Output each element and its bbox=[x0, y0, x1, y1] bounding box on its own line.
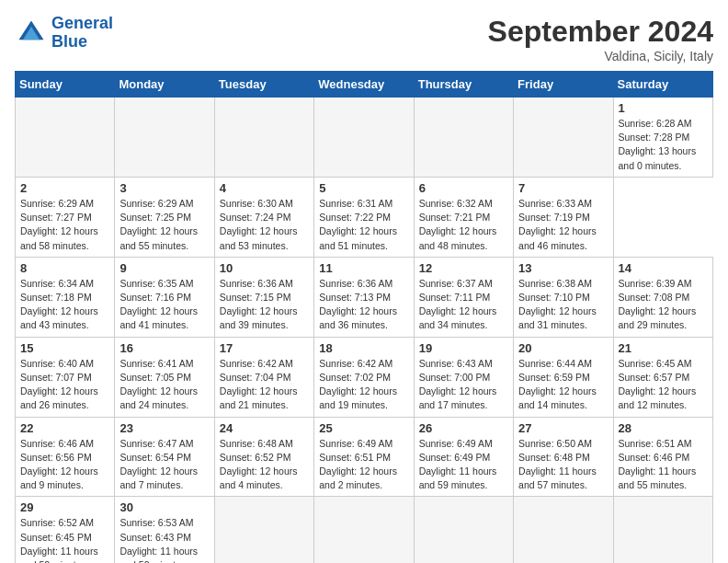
calendar-day: 17Sunrise: 6:42 AMSunset: 7:04 PMDayligh… bbox=[214, 337, 313, 417]
day-number: 8 bbox=[20, 261, 109, 275]
calendar-day: 11Sunrise: 6:36 AMSunset: 7:13 PMDayligh… bbox=[314, 257, 414, 337]
day-info: Sunrise: 6:53 AMSunset: 6:43 PMDaylight:… bbox=[119, 516, 209, 563]
day-number: 27 bbox=[518, 421, 608, 435]
day-number: 17 bbox=[220, 341, 309, 355]
day-info: Sunrise: 6:36 AMSunset: 7:13 PMDaylight:… bbox=[319, 277, 408, 333]
day-info: Sunrise: 6:30 AMSunset: 7:24 PMDaylight:… bbox=[220, 197, 309, 253]
day-info: Sunrise: 6:44 AMSunset: 6:59 PMDaylight:… bbox=[518, 357, 608, 413]
day-number: 3 bbox=[119, 181, 209, 195]
calendar-header-row: SundayMondayTuesdayWednesdayThursdayFrid… bbox=[16, 72, 713, 98]
day-info: Sunrise: 6:40 AMSunset: 7:07 PMDaylight:… bbox=[20, 357, 109, 413]
day-info: Sunrise: 6:35 AMSunset: 7:16 PMDaylight:… bbox=[119, 277, 209, 333]
calendar-day: 3Sunrise: 6:29 AMSunset: 7:25 PMDaylight… bbox=[115, 177, 214, 257]
logo-text: General Blue bbox=[51, 15, 113, 52]
empty-cell bbox=[214, 98, 313, 178]
logo-line2: Blue bbox=[51, 33, 113, 52]
calendar-day: 5Sunrise: 6:31 AMSunset: 7:22 PMDaylight… bbox=[314, 177, 414, 257]
calendar-day: 14Sunrise: 6:39 AMSunset: 7:08 PMDayligh… bbox=[613, 257, 712, 337]
day-info: Sunrise: 6:36 AMSunset: 7:15 PMDaylight:… bbox=[220, 277, 309, 333]
empty-cell bbox=[514, 497, 613, 563]
day-number: 16 bbox=[119, 341, 209, 355]
day-info: Sunrise: 6:32 AMSunset: 7:21 PMDaylight:… bbox=[419, 197, 508, 253]
month-title: September 2024 bbox=[488, 15, 713, 49]
day-info: Sunrise: 6:38 AMSunset: 7:10 PMDaylight:… bbox=[518, 277, 608, 333]
calendar-day: 16Sunrise: 6:41 AMSunset: 7:05 PMDayligh… bbox=[115, 337, 214, 417]
day-info: Sunrise: 6:31 AMSunset: 7:22 PMDaylight:… bbox=[319, 197, 408, 253]
day-number: 14 bbox=[619, 261, 708, 275]
calendar-day: 8Sunrise: 6:34 AMSunset: 7:18 PMDaylight… bbox=[16, 257, 115, 337]
logo-line1: General bbox=[51, 14, 113, 32]
day-header-tuesday: Tuesday bbox=[214, 72, 313, 98]
day-number: 5 bbox=[319, 181, 408, 195]
day-info: Sunrise: 6:49 AMSunset: 6:49 PMDaylight:… bbox=[419, 437, 508, 493]
calendar-day: 15Sunrise: 6:40 AMSunset: 7:07 PMDayligh… bbox=[16, 337, 115, 417]
calendar-day: 19Sunrise: 6:43 AMSunset: 7:00 PMDayligh… bbox=[414, 337, 513, 417]
empty-cell bbox=[115, 98, 214, 178]
day-info: Sunrise: 6:41 AMSunset: 7:05 PMDaylight:… bbox=[119, 357, 209, 413]
calendar-day: 18Sunrise: 6:42 AMSunset: 7:02 PMDayligh… bbox=[314, 337, 414, 417]
day-number: 28 bbox=[619, 421, 708, 435]
day-info: Sunrise: 6:42 AMSunset: 7:02 PMDaylight:… bbox=[319, 357, 408, 413]
calendar-day: 29Sunrise: 6:52 AMSunset: 6:45 PMDayligh… bbox=[16, 497, 115, 563]
day-info: Sunrise: 6:46 AMSunset: 6:56 PMDaylight:… bbox=[20, 437, 109, 493]
day-number: 24 bbox=[220, 421, 309, 435]
empty-cell bbox=[514, 98, 613, 178]
day-header-friday: Friday bbox=[514, 72, 613, 98]
calendar-week-row: 2Sunrise: 6:29 AMSunset: 7:27 PMDaylight… bbox=[16, 177, 713, 257]
day-header-wednesday: Wednesday bbox=[314, 72, 414, 98]
day-number: 2 bbox=[20, 181, 109, 195]
day-info: Sunrise: 6:28 AMSunset: 7:28 PMDaylight:… bbox=[619, 117, 708, 173]
page-header: General Blue September 2024 Valdina, Sic… bbox=[15, 15, 713, 63]
location: Valdina, Sicily, Italy bbox=[488, 49, 713, 63]
day-info: Sunrise: 6:49 AMSunset: 6:51 PMDaylight:… bbox=[319, 437, 408, 493]
day-number: 11 bbox=[319, 261, 408, 275]
day-number: 13 bbox=[518, 261, 608, 275]
empty-cell bbox=[214, 497, 313, 563]
day-info: Sunrise: 6:42 AMSunset: 7:04 PMDaylight:… bbox=[220, 357, 309, 413]
day-info: Sunrise: 6:43 AMSunset: 7:00 PMDaylight:… bbox=[419, 357, 508, 413]
day-number: 9 bbox=[119, 261, 209, 275]
day-header-saturday: Saturday bbox=[613, 72, 712, 98]
logo-icon bbox=[15, 17, 48, 50]
calendar-week-row: 22Sunrise: 6:46 AMSunset: 6:56 PMDayligh… bbox=[16, 417, 713, 497]
day-info: Sunrise: 6:52 AMSunset: 6:45 PMDaylight:… bbox=[20, 516, 109, 563]
day-info: Sunrise: 6:37 AMSunset: 7:11 PMDaylight:… bbox=[419, 277, 508, 333]
day-header-monday: Monday bbox=[115, 72, 214, 98]
day-number: 29 bbox=[20, 500, 109, 514]
calendar-day: 24Sunrise: 6:48 AMSunset: 6:52 PMDayligh… bbox=[214, 417, 313, 497]
calendar-day: 7Sunrise: 6:33 AMSunset: 7:19 PMDaylight… bbox=[514, 177, 613, 257]
empty-cell bbox=[314, 98, 414, 178]
calendar-day: 4Sunrise: 6:30 AMSunset: 7:24 PMDaylight… bbox=[214, 177, 313, 257]
day-info: Sunrise: 6:50 AMSunset: 6:48 PMDaylight:… bbox=[518, 437, 608, 493]
calendar-day: 21Sunrise: 6:45 AMSunset: 6:57 PMDayligh… bbox=[613, 337, 712, 417]
day-number: 1 bbox=[619, 101, 708, 115]
calendar-week-row: 29Sunrise: 6:52 AMSunset: 6:45 PMDayligh… bbox=[16, 497, 713, 563]
calendar-day: 27Sunrise: 6:50 AMSunset: 6:48 PMDayligh… bbox=[514, 417, 613, 497]
calendar-day: 25Sunrise: 6:49 AMSunset: 6:51 PMDayligh… bbox=[314, 417, 414, 497]
day-info: Sunrise: 6:39 AMSunset: 7:08 PMDaylight:… bbox=[619, 277, 708, 333]
day-number: 25 bbox=[319, 421, 408, 435]
calendar-day: 10Sunrise: 6:36 AMSunset: 7:15 PMDayligh… bbox=[214, 257, 313, 337]
day-header-sunday: Sunday bbox=[16, 72, 115, 98]
logo: General Blue bbox=[15, 15, 113, 52]
day-info: Sunrise: 6:47 AMSunset: 6:54 PMDaylight:… bbox=[119, 437, 209, 493]
calendar-day: 28Sunrise: 6:51 AMSunset: 6:46 PMDayligh… bbox=[613, 417, 712, 497]
day-number: 10 bbox=[220, 261, 309, 275]
calendar-day: 9Sunrise: 6:35 AMSunset: 7:16 PMDaylight… bbox=[115, 257, 214, 337]
day-info: Sunrise: 6:29 AMSunset: 7:27 PMDaylight:… bbox=[20, 197, 109, 253]
day-number: 15 bbox=[20, 341, 109, 355]
day-number: 18 bbox=[319, 341, 408, 355]
day-number: 30 bbox=[119, 500, 209, 514]
calendar-week-row: 8Sunrise: 6:34 AMSunset: 7:18 PMDaylight… bbox=[16, 257, 713, 337]
day-number: 6 bbox=[419, 181, 508, 195]
calendar-day: 26Sunrise: 6:49 AMSunset: 6:49 PMDayligh… bbox=[414, 417, 513, 497]
calendar-day: 6Sunrise: 6:32 AMSunset: 7:21 PMDaylight… bbox=[414, 177, 513, 257]
empty-cell bbox=[613, 497, 712, 563]
calendar-table: SundayMondayTuesdayWednesdayThursdayFrid… bbox=[15, 71, 713, 563]
calendar-day: 30Sunrise: 6:53 AMSunset: 6:43 PMDayligh… bbox=[115, 497, 214, 563]
empty-cell bbox=[414, 98, 513, 178]
empty-cell bbox=[314, 497, 414, 563]
calendar-day: 22Sunrise: 6:46 AMSunset: 6:56 PMDayligh… bbox=[16, 417, 115, 497]
calendar-week-row: 1Sunrise: 6:28 AMSunset: 7:28 PMDaylight… bbox=[16, 98, 713, 178]
calendar-day: 23Sunrise: 6:47 AMSunset: 6:54 PMDayligh… bbox=[115, 417, 214, 497]
